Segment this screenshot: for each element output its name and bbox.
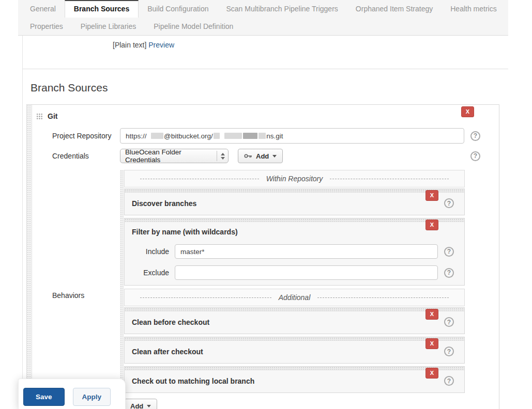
behavior-title: Check out to matching local branch: [132, 377, 254, 385]
tab-orphaned-item-strategy[interactable]: Orphaned Item Strategy: [347, 0, 442, 18]
delete-behavior-button[interactable]: X: [425, 190, 438, 201]
tab-general[interactable]: General: [21, 0, 65, 18]
exclude-label: Exclude: [132, 269, 169, 277]
delete-behavior-button[interactable]: X: [425, 338, 438, 349]
drag-handle[interactable]: [125, 218, 464, 222]
git-source-chunk: X Git Project Repository https:// @bitbu…: [26, 104, 499, 409]
exclude-input[interactable]: [175, 265, 438, 280]
behavior-title: Clean before checkout: [132, 318, 209, 326]
credentials-select[interactable]: BlueOcean Folder Credentials: [120, 149, 229, 163]
project-repository-input[interactable]: https:// @bitbucket.org/ ns.git: [120, 128, 464, 144]
add-credentials-label: Add: [256, 152, 269, 160]
help-icon[interactable]: ?: [470, 131, 480, 141]
tab-row-1: General Branch Sources Build Configurati…: [21, 0, 508, 18]
behavior-clean-after-checkout: X Clean after checkout ?: [124, 337, 465, 364]
help-icon[interactable]: ?: [444, 317, 454, 327]
tab-properties[interactable]: Properties: [21, 18, 72, 35]
section-divider: [23, 69, 508, 69]
apply-button[interactable]: Apply: [73, 388, 111, 406]
help-icon[interactable]: ?: [444, 347, 454, 356]
git-source-title: Git: [48, 112, 57, 120]
divider-additional-label: Additional: [279, 293, 311, 302]
include-row: Include ?: [125, 243, 464, 264]
tab-pipeline-libraries[interactable]: Pipeline Libraries: [72, 18, 145, 35]
add-credentials-button[interactable]: Add: [238, 149, 283, 163]
preview-link[interactable]: Preview: [148, 41, 174, 49]
delete-git-source-button[interactable]: X: [461, 106, 474, 117]
select-stepper-icon: [217, 151, 225, 161]
chevron-down-icon: [272, 155, 277, 158]
tab-scan-multibranch-pipeline-triggers[interactable]: Scan Multibranch Pipeline Triggers: [217, 0, 346, 18]
tab-branch-sources[interactable]: Branch Sources: [65, 0, 139, 18]
delete-behavior-button[interactable]: X: [425, 368, 438, 379]
add-behavior-row: Add: [124, 396, 465, 409]
behaviors-row: Behaviors Within Repository X Discover b…: [33, 170, 499, 409]
key-icon: [244, 153, 252, 159]
divider-line: [317, 297, 449, 298]
include-input[interactable]: [175, 244, 438, 259]
behavior-filter-by-name: X Filter by name (with wildcards) Includ…: [124, 218, 465, 286]
add-behavior-label: Add: [130, 402, 143, 409]
divider-line: [140, 297, 271, 298]
add-behavior-button[interactable]: Add: [124, 399, 157, 409]
divider-within-repository: Within Repository: [124, 170, 465, 187]
page-title: Branch Sources: [31, 82, 508, 94]
git-drag-strip[interactable]: [27, 105, 32, 409]
help-icon[interactable]: ?: [444, 247, 454, 257]
chevron-down-icon: [147, 405, 151, 407]
plain-text-label: [Plain text]: [113, 41, 146, 49]
help-icon[interactable]: ?: [444, 376, 454, 386]
help-icon[interactable]: ?: [470, 151, 480, 161]
exclude-row: Exclude ?: [125, 264, 464, 285]
project-repository-label: Project Repository: [33, 132, 120, 140]
behavior-discover-branches: X Discover branches ?: [124, 188, 465, 215]
behaviors-column: Within Repository X Discover branches ? …: [120, 170, 465, 409]
tab-health-metrics[interactable]: Health metrics: [442, 0, 505, 18]
project-repository-row: Project Repository https:// @bitbucket.o…: [33, 125, 499, 146]
credentials-group: BlueOcean Folder Credentials Add: [120, 149, 464, 163]
divider-within-repository-label: Within Repository: [266, 175, 323, 183]
behavior-title: Filter by name (with wildcards): [132, 228, 238, 236]
description-preview-row: [Plain text] Preview: [23, 36, 508, 52]
git-header: Git: [33, 105, 499, 125]
bottom-app-bar: Save Apply: [18, 379, 126, 409]
tab-build-configuration[interactable]: Build Configuration: [139, 0, 217, 18]
delete-behavior-button[interactable]: X: [425, 219, 438, 230]
save-button[interactable]: Save: [23, 388, 65, 406]
drag-handle-icon[interactable]: [36, 113, 43, 120]
credentials-selected-option: BlueOcean Folder Credentials: [125, 148, 217, 164]
credentials-row: Credentials BlueOcean Folder Credentials…: [33, 146, 499, 166]
drag-handle[interactable]: [125, 308, 464, 311]
behavior-title: Discover branches: [132, 199, 196, 208]
tab-pipeline-model-definition[interactable]: Pipeline Model Definition: [145, 18, 242, 35]
divider-line: [330, 179, 449, 179]
behaviors-label: Behaviors: [33, 291, 120, 300]
divider-additional: Additional: [124, 289, 465, 306]
help-icon[interactable]: ?: [444, 198, 454, 208]
behaviors-drag-strip[interactable]: [120, 170, 124, 409]
tab-row-2: Properties Pipeline Libraries Pipeline M…: [21, 18, 508, 35]
config-content: [Plain text] Preview Branch Sources X Gi…: [22, 36, 508, 409]
help-icon[interactable]: ?: [444, 268, 454, 278]
config-tab-bar: General Branch Sources Build Configurati…: [18, 0, 508, 36]
drag-handle[interactable]: [125, 189, 464, 193]
divider-line: [140, 179, 259, 179]
behavior-clean-before-checkout: X Clean before checkout ?: [124, 307, 465, 334]
drag-handle[interactable]: [125, 367, 464, 370]
include-label: Include: [132, 247, 169, 256]
behavior-checkout-matching-local-branch: X Check out to matching local branch ?: [124, 366, 465, 393]
credentials-label: Credentials: [33, 152, 120, 160]
behavior-title: Clean after checkout: [132, 348, 203, 356]
delete-behavior-button[interactable]: X: [425, 309, 438, 320]
drag-handle[interactable]: [125, 337, 464, 341]
